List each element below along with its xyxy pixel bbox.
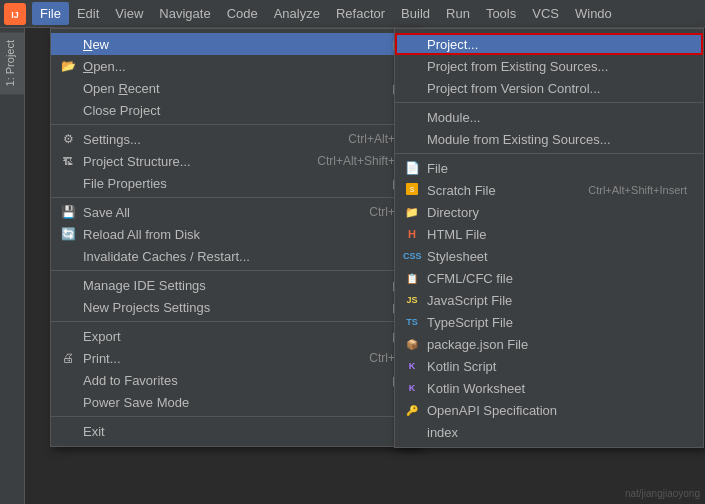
new-submenu-file[interactable]: 📄 File: [395, 157, 703, 179]
file-menu-project-structure[interactable]: 🏗 Project Structure... Ctrl+Alt+Shift+S: [51, 150, 419, 172]
file-menu-save-all[interactable]: 💾 Save All Ctrl+S: [51, 201, 419, 223]
menu-view[interactable]: View: [107, 2, 151, 25]
svg-text:S: S: [410, 186, 415, 193]
html-icon: H: [403, 228, 421, 240]
file-menu-reload[interactable]: 🔄 Reload All from Disk: [51, 223, 419, 245]
save-icon: 💾: [59, 205, 77, 219]
new-submenu-typescript[interactable]: TS TypeScript File: [395, 311, 703, 333]
ts-icon: TS: [403, 317, 421, 327]
file-menu-print[interactable]: 🖨 Print... Ctrl+P: [51, 347, 419, 369]
print-icon: 🖨: [59, 351, 77, 365]
file-menu-exit[interactable]: Exit: [51, 420, 419, 442]
divider-4: [51, 321, 419, 322]
menu-vcs[interactable]: VCS: [524, 2, 567, 25]
new-submenu-index[interactable]: index: [395, 421, 703, 443]
submenu-divider-1: [395, 102, 703, 103]
menubar: IJ File Edit View Navigate Code Analyze …: [0, 0, 705, 28]
new-submenu-stylesheet[interactable]: CSS Stylesheet: [395, 245, 703, 267]
menu-code[interactable]: Code: [219, 2, 266, 25]
new-submenu-javascript[interactable]: JS JavaScript File: [395, 289, 703, 311]
menu-navigate[interactable]: Navigate: [151, 2, 218, 25]
new-submenu-kotlin-script[interactable]: K Kotlin Script: [395, 355, 703, 377]
scratch-file-icon: S: [403, 182, 421, 198]
new-submenu-module-from-existing[interactable]: Module from Existing Sources...: [395, 128, 703, 150]
file-menu-close-project[interactable]: Close Project: [51, 99, 419, 121]
file-icon: 📄: [403, 161, 421, 175]
sidebar: 1: Project: [0, 28, 25, 504]
cfml-icon: 📋: [403, 273, 421, 284]
file-menu-add-to-favorites[interactable]: Add to Favorites ▶: [51, 369, 419, 391]
npm-icon: 📦: [403, 339, 421, 350]
new-submenu-directory[interactable]: 📁 Directory: [395, 201, 703, 223]
new-submenu: Project... Project from Existing Sources…: [394, 28, 704, 448]
scratch-file-label: Scratch File: [427, 183, 496, 198]
file-menu-export[interactable]: Export ▶: [51, 325, 419, 347]
svg-text:IJ: IJ: [11, 10, 19, 20]
new-submenu-package-json[interactable]: 📦 package.json File: [395, 333, 703, 355]
new-submenu-html[interactable]: H HTML File: [395, 223, 703, 245]
menu-file[interactable]: File: [32, 2, 69, 25]
sidebar-tab-project[interactable]: 1: Project: [0, 32, 24, 94]
new-submenu-module[interactable]: Module...: [395, 106, 703, 128]
directory-icon: 📁: [403, 206, 421, 219]
file-menu-manage-ide[interactable]: Manage IDE Settings ▶: [51, 274, 419, 296]
menu-tools[interactable]: Tools: [478, 2, 524, 25]
divider-5: [51, 416, 419, 417]
file-menu-new[interactable]: New ▶: [51, 33, 419, 55]
css-icon: CSS: [403, 251, 421, 261]
new-submenu-project[interactable]: Project...: [395, 33, 703, 55]
menu-window[interactable]: Windo: [567, 2, 620, 25]
file-menu-open[interactable]: 📂 Open...: [51, 55, 419, 77]
app-icon: IJ: [4, 3, 26, 25]
kotlin-script-icon: K: [403, 361, 421, 371]
new-submenu-project-from-existing[interactable]: Project from Existing Sources...: [395, 55, 703, 77]
file-menu-invalidate[interactable]: Invalidate Caches / Restart...: [51, 245, 419, 267]
file-menu-power-save[interactable]: Power Save Mode: [51, 391, 419, 413]
new-submenu-cfml[interactable]: 📋 CFML/CFC file: [395, 267, 703, 289]
js-icon: JS: [403, 295, 421, 305]
submenu-divider-2: [395, 153, 703, 154]
divider-3: [51, 270, 419, 271]
file-menu: New ▶ 📂 Open... Open Recent ▶ Close Proj…: [50, 28, 420, 447]
menu-build[interactable]: Build: [393, 2, 438, 25]
menu-analyze[interactable]: Analyze: [266, 2, 328, 25]
file-menu-settings[interactable]: ⚙ Settings... Ctrl+Alt+S: [51, 128, 419, 150]
file-menu-file-properties[interactable]: File Properties ▶: [51, 172, 419, 194]
divider-2: [51, 197, 419, 198]
new-submenu-project-from-vcs[interactable]: Project from Version Control...: [395, 77, 703, 99]
open-icon: 📂: [59, 59, 77, 73]
menu-edit[interactable]: Edit: [69, 2, 107, 25]
file-menu-open-recent[interactable]: Open Recent ▶: [51, 77, 419, 99]
openapi-icon: 🔑: [403, 405, 421, 416]
new-submenu-scratch-file[interactable]: S Scratch File Ctrl+Alt+Shift+Insert: [395, 179, 703, 201]
watermark: nat/jiangjiaoyong: [625, 488, 700, 499]
file-menu-new-projects-settings[interactable]: New Projects Settings ▶: [51, 296, 419, 318]
content-area: New ▶ 📂 Open... Open Recent ▶ Close Proj…: [25, 28, 705, 504]
project-structure-icon: 🏗: [59, 156, 77, 167]
menu-refactor[interactable]: Refactor: [328, 2, 393, 25]
divider-1: [51, 124, 419, 125]
settings-icon: ⚙: [59, 132, 77, 146]
reload-icon: 🔄: [59, 227, 77, 241]
new-submenu-kotlin-worksheet[interactable]: K Kotlin Worksheet: [395, 377, 703, 399]
kotlin-worksheet-icon: K: [403, 383, 421, 393]
new-submenu-openapi[interactable]: 🔑 OpenAPI Specification: [395, 399, 703, 421]
menu-run[interactable]: Run: [438, 2, 478, 25]
